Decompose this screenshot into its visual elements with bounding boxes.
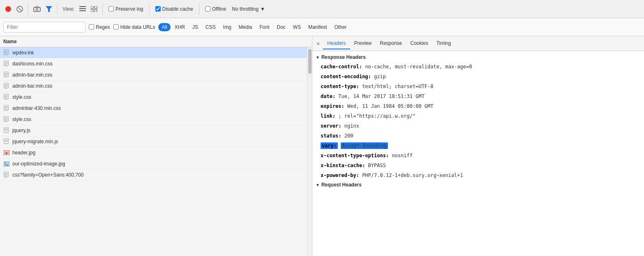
offline-checkbox[interactable]	[205, 6, 210, 12]
request-headers-section[interactable]: ▼Request Headers	[312, 180, 644, 189]
list-item[interactable]: jquery.js	[0, 125, 307, 136]
filter-type-ws[interactable]: WS	[290, 23, 304, 31]
header-row: content-type: text/html; charset=UTF-8	[312, 81, 644, 91]
css-icon	[3, 116, 10, 123]
camera-button[interactable]	[32, 5, 42, 14]
disable-cache-checkbox[interactable]	[155, 6, 161, 12]
header-row: expires: Wed, 11 Jan 1984 05:00:00 GMT	[312, 101, 644, 111]
tab-timing[interactable]: Timing	[432, 38, 455, 49]
list-item[interactable]: ▶ header.jpg	[0, 147, 307, 158]
regex-checkbox-label[interactable]: Regex	[89, 24, 110, 30]
svg-line-2	[18, 7, 21, 11]
file-name: jquery.js	[12, 128, 30, 133]
view-label: View:	[62, 6, 74, 12]
filter-types: AllXHRJSCSSImgMediaFontDocWSManifestOthe…	[158, 23, 350, 31]
header-key: link:	[321, 113, 335, 119]
list-item[interactable]: our-optimized-image.jpg	[0, 158, 307, 170]
header-value: nginx	[342, 123, 359, 129]
section-arrow: ▼	[316, 55, 320, 60]
preserve-log-checkbox-label[interactable]: Preserve log	[106, 6, 145, 12]
header-key: server:	[321, 123, 342, 129]
record-icon	[5, 6, 12, 12]
section-title: Response Headers	[321, 54, 366, 60]
header-row: x-content-type-options: nosniff	[312, 151, 644, 161]
header-key: date:	[321, 93, 335, 99]
list-item[interactable]: style.css	[0, 114, 307, 125]
header-row: x-powered-by: PHP/7.0.12-1+deb.sury.org~…	[312, 170, 644, 180]
preserve-log-checkbox[interactable]	[108, 6, 114, 12]
header-key: cache-control:	[321, 64, 362, 70]
close-button[interactable]: ×	[314, 40, 322, 48]
file-list: wpdev.ink dashicons.min.css admin-bar.mi…	[0, 47, 307, 256]
filter-input[interactable]	[3, 22, 85, 33]
regex-checkbox[interactable]	[89, 24, 94, 30]
disable-cache-checkbox-label[interactable]: Disable cache	[153, 6, 196, 12]
filter-type-doc[interactable]: Doc	[274, 23, 289, 31]
file-name: jquery-migrate.min.js	[12, 139, 58, 144]
filter-type-other[interactable]: Other	[331, 23, 350, 31]
filter-type-css[interactable]: CSS	[202, 23, 219, 31]
file-name: admin-bar.min.css	[12, 72, 52, 78]
tab-cookies[interactable]: Cookies	[406, 38, 432, 49]
filter-type-font[interactable]: Font	[256, 23, 273, 31]
svg-rect-7	[79, 6, 86, 7]
header-row: content-encoding: gzip	[312, 72, 644, 81]
clear-button[interactable]	[15, 4, 25, 14]
svg-rect-8	[79, 8, 86, 9]
hide-data-urls-checkbox[interactable]	[113, 24, 119, 30]
filter-type-img[interactable]: Img	[220, 23, 235, 31]
header-key: vary:	[321, 142, 338, 149]
file-name: wpdev.ink	[12, 50, 34, 56]
hide-data-urls-checkbox-label[interactable]: Hide data URLs	[113, 24, 155, 30]
svg-rect-13	[95, 9, 97, 12]
header-key: content-encoding:	[321, 74, 371, 79]
css-icon	[3, 172, 10, 178]
list-item[interactable]: style.css	[0, 92, 307, 103]
list-item[interactable]: adminbar-430.min.css	[0, 103, 307, 114]
tab-response[interactable]: Response	[376, 38, 406, 49]
filter-button[interactable]	[44, 5, 54, 14]
filter-type-js[interactable]: JS	[189, 23, 201, 31]
record-button[interactable]	[3, 4, 13, 14]
header-key: status:	[321, 133, 342, 139]
filter-type-all[interactable]: All	[158, 23, 170, 31]
header-value: Tue, 14 Mar 2017 18:51:31 GMT	[335, 93, 425, 99]
header-row: date: Tue, 14 Mar 2017 18:51:31 GMT	[312, 91, 644, 101]
file-name: css?family=Open+Sans:400,700	[12, 172, 83, 178]
img-red-icon: ▶	[3, 149, 10, 156]
list-item[interactable]: jquery-migrate.min.js	[0, 136, 307, 147]
list-item[interactable]: dashicons.min.css	[0, 58, 307, 70]
right-panel: × HeadersPreviewResponseCookiesTiming ▼R…	[312, 36, 644, 256]
response-headers-section[interactable]: ▼Response Headers	[312, 53, 644, 62]
svg-rect-10	[91, 6, 93, 9]
list-item[interactable]: wpdev.ink	[0, 47, 307, 58]
filter-type-manifest[interactable]: Manifest	[305, 23, 330, 31]
list-item[interactable]: admin-bar.min.css	[0, 70, 307, 81]
tab-headers[interactable]: Headers	[323, 38, 350, 49]
toolbar: View: Preserve log Disable cache Offline	[0, 0, 644, 18]
view-group-icon	[91, 6, 97, 12]
svg-point-5	[36, 8, 38, 10]
js-icon	[3, 127, 10, 134]
throttle-select[interactable]: No throttling ▼	[230, 5, 267, 13]
filter-type-xhr[interactable]: XHR	[171, 23, 188, 31]
header-row: x-kinsta-cache: BYPASS	[312, 161, 644, 170]
list-item[interactable]: admin-bar.min.css	[0, 81, 307, 92]
filter-type-media[interactable]: Media	[235, 23, 256, 31]
offline-label: Offline	[212, 6, 226, 12]
filter-icon	[46, 6, 52, 12]
tab-preview[interactable]: Preview	[350, 38, 376, 49]
svg-point-0	[5, 6, 11, 12]
header-row: server: nginx	[312, 121, 644, 131]
view-list-button[interactable]	[78, 5, 88, 14]
view-group-button[interactable]	[89, 5, 99, 14]
toolbar-divider-1	[28, 3, 28, 15]
file-name: adminbar-430.min.css	[12, 105, 61, 111]
scroll-thumb[interactable]	[308, 49, 312, 74]
header-row: cache-control: no-cache, must-revalidate…	[312, 62, 644, 72]
scroll-track[interactable]	[307, 47, 312, 256]
list-item[interactable]: css?family=Open+Sans:400,700	[0, 170, 307, 181]
offline-checkbox-label[interactable]: Offline	[203, 6, 229, 12]
list-header: Name	[0, 36, 312, 47]
header-row: vary: Accept-Encoding	[312, 141, 644, 151]
